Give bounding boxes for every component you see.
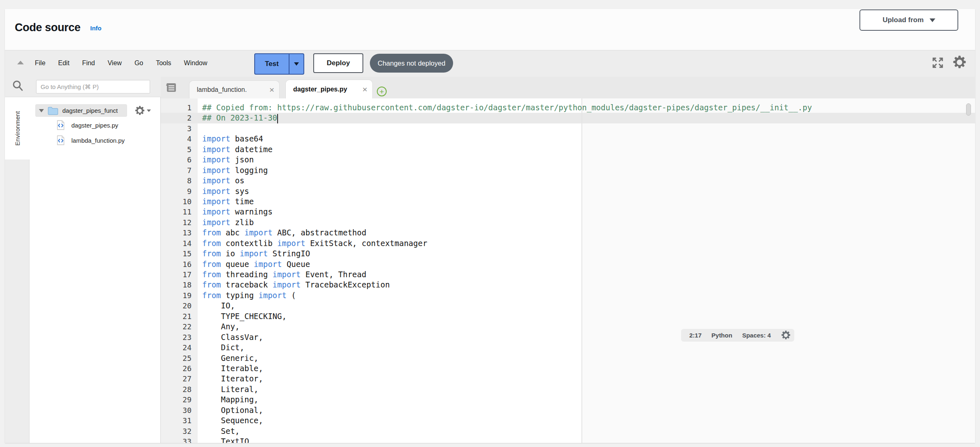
environment-tab[interactable]: Environment bbox=[5, 97, 30, 160]
code-line[interactable]: import os bbox=[202, 176, 812, 186]
close-icon[interactable]: × bbox=[269, 85, 274, 94]
code-content[interactable]: ## Copied from: https://raw.githubuserco… bbox=[202, 103, 812, 443]
line-number[interactable]: 27 bbox=[161, 374, 198, 384]
line-number[interactable]: 10 bbox=[161, 196, 198, 207]
folder-expand-icon[interactable] bbox=[39, 109, 44, 112]
fullscreen-icon[interactable] bbox=[932, 57, 944, 69]
menu-view[interactable]: View bbox=[107, 59, 121, 67]
line-number[interactable]: 16 bbox=[161, 259, 198, 269]
code-line[interactable]: import time bbox=[202, 196, 812, 207]
code-line[interactable]: ## On 2023-11-30 bbox=[202, 113, 812, 123]
code-line[interactable]: TYPE_CHECKING, bbox=[202, 311, 812, 322]
code-line[interactable]: from abc import ABC, abstractmethod bbox=[202, 228, 812, 238]
code-line[interactable]: Literal, bbox=[202, 384, 812, 395]
code-line[interactable]: from threading import Event, Thread bbox=[202, 269, 812, 280]
line-number[interactable]: 30 bbox=[161, 405, 198, 415]
statusbar-gear-icon[interactable] bbox=[781, 330, 791, 340]
vertical-scrollbar-thumb[interactable] bbox=[966, 103, 971, 116]
close-icon[interactable]: × bbox=[362, 85, 367, 94]
code-line[interactable] bbox=[202, 123, 812, 134]
line-number[interactable]: 32 bbox=[161, 426, 198, 436]
code-line[interactable]: import logging bbox=[202, 165, 812, 176]
code-line[interactable]: Mapping, bbox=[202, 395, 812, 405]
new-tab-plus-icon[interactable]: + bbox=[377, 87, 387, 96]
goto-anything-input[interactable] bbox=[36, 80, 150, 94]
line-number[interactable]: 25 bbox=[161, 353, 198, 363]
line-number[interactable]: 22 bbox=[161, 322, 198, 332]
line-number[interactable]: 31 bbox=[161, 415, 198, 426]
code-line[interactable]: import json bbox=[202, 155, 812, 165]
menu-tools[interactable]: Tools bbox=[156, 59, 171, 67]
code-line[interactable]: Generic, bbox=[202, 353, 812, 363]
line-number[interactable]: 17 bbox=[161, 269, 198, 280]
code-line[interactable]: Set, bbox=[202, 426, 812, 436]
code-editor[interactable]: 1234567891011121314151617181920212223242… bbox=[161, 98, 975, 443]
line-number[interactable]: 26 bbox=[161, 363, 198, 374]
search-icon[interactable] bbox=[11, 80, 24, 92]
line-number[interactable]: 3 bbox=[161, 123, 198, 134]
line-number[interactable]: 28 bbox=[161, 384, 198, 395]
line-number[interactable]: 5 bbox=[161, 144, 198, 155]
line-number[interactable]: 24 bbox=[161, 342, 198, 353]
code-line[interactable]: from contextlib import ExitStack, contex… bbox=[202, 238, 812, 249]
line-number[interactable]: 15 bbox=[161, 249, 198, 259]
editor-settings-gear-icon[interactable] bbox=[952, 55, 967, 70]
line-number[interactable]: 12 bbox=[161, 217, 198, 228]
code-line[interactable]: from queue import Queue bbox=[202, 259, 812, 269]
line-number[interactable]: 9 bbox=[161, 186, 198, 196]
tree-file-lambda-function-py[interactable]: lambda_function.py bbox=[57, 135, 125, 145]
line-number[interactable]: 23 bbox=[161, 332, 198, 342]
line-number[interactable]: 1 bbox=[161, 103, 198, 113]
code-line[interactable]: import warnings bbox=[202, 207, 812, 217]
line-number[interactable]: 13 bbox=[161, 228, 198, 238]
line-number[interactable]: 18 bbox=[161, 280, 198, 290]
line-number[interactable]: 7 bbox=[161, 165, 198, 176]
menu-go[interactable]: Go bbox=[134, 59, 143, 67]
menu-find[interactable]: Find bbox=[82, 59, 95, 67]
test-dropdown[interactable] bbox=[289, 54, 303, 74]
line-number[interactable]: 20 bbox=[161, 301, 198, 311]
collapse-panel-icon[interactable] bbox=[17, 61, 24, 64]
code-line[interactable]: import zlib bbox=[202, 217, 812, 228]
tab-list-icon[interactable] bbox=[165, 82, 177, 94]
tab-spaces-setting[interactable]: Spaces: 4 bbox=[742, 332, 771, 339]
tree-settings-gear-icon[interactable] bbox=[134, 105, 151, 116]
code-line[interactable]: from io import StringIO bbox=[202, 249, 812, 259]
line-number[interactable]: 4 bbox=[161, 134, 198, 144]
tab-dagster-pipes[interactable]: dagster_pipes.py × bbox=[285, 80, 373, 98]
code-line[interactable]: Dict, bbox=[202, 342, 812, 353]
code-line[interactable]: TextIO bbox=[202, 436, 812, 443]
upload-from-button[interactable]: Upload from bbox=[859, 9, 958, 31]
tree-file-dagster-pipes-py[interactable]: dagster_pipes.py bbox=[57, 120, 118, 130]
line-number[interactable]: 33 bbox=[161, 436, 198, 443]
code-line[interactable]: from traceback import TracebackException bbox=[202, 280, 812, 290]
line-number[interactable]: 21 bbox=[161, 311, 198, 322]
tree-folder-row[interactable]: dagster_pipes_funct bbox=[35, 104, 127, 117]
line-number[interactable]: 6 bbox=[161, 155, 198, 165]
menu-file[interactable]: File bbox=[35, 59, 46, 67]
code-line[interactable]: Optional, bbox=[202, 405, 812, 415]
line-number[interactable]: 11 bbox=[161, 207, 198, 217]
line-number[interactable]: 8 bbox=[161, 176, 198, 186]
code-line[interactable]: Iterable, bbox=[202, 363, 812, 374]
line-number-gutter[interactable]: 1234567891011121314151617181920212223242… bbox=[161, 103, 198, 443]
menu-window[interactable]: Window bbox=[184, 59, 207, 67]
code-line[interactable]: Sequence, bbox=[202, 415, 812, 426]
line-number[interactable]: 14 bbox=[161, 238, 198, 249]
code-line[interactable]: IO, bbox=[202, 301, 812, 311]
code-line[interactable]: import base64 bbox=[202, 134, 812, 144]
code-line[interactable]: ## Copied from: https://raw.githubuserco… bbox=[202, 103, 812, 113]
code-line[interactable]: import sys bbox=[202, 186, 812, 196]
line-number[interactable]: 19 bbox=[161, 290, 198, 301]
language-mode[interactable]: Python bbox=[711, 332, 732, 339]
test-button[interactable]: Test bbox=[254, 53, 304, 75]
cursor-position[interactable]: 2:17 bbox=[689, 332, 702, 339]
line-number[interactable]: 2 bbox=[161, 113, 198, 123]
tab-lambda-function[interactable]: lambda_function. × bbox=[189, 80, 280, 98]
line-number[interactable]: 29 bbox=[161, 395, 198, 405]
code-line[interactable]: Iterator, bbox=[202, 374, 812, 384]
code-line[interactable]: import datetime bbox=[202, 144, 812, 155]
code-line[interactable]: from typing import ( bbox=[202, 290, 812, 301]
deploy-button[interactable]: Deploy bbox=[313, 53, 363, 73]
info-link[interactable]: Info bbox=[90, 25, 102, 32]
